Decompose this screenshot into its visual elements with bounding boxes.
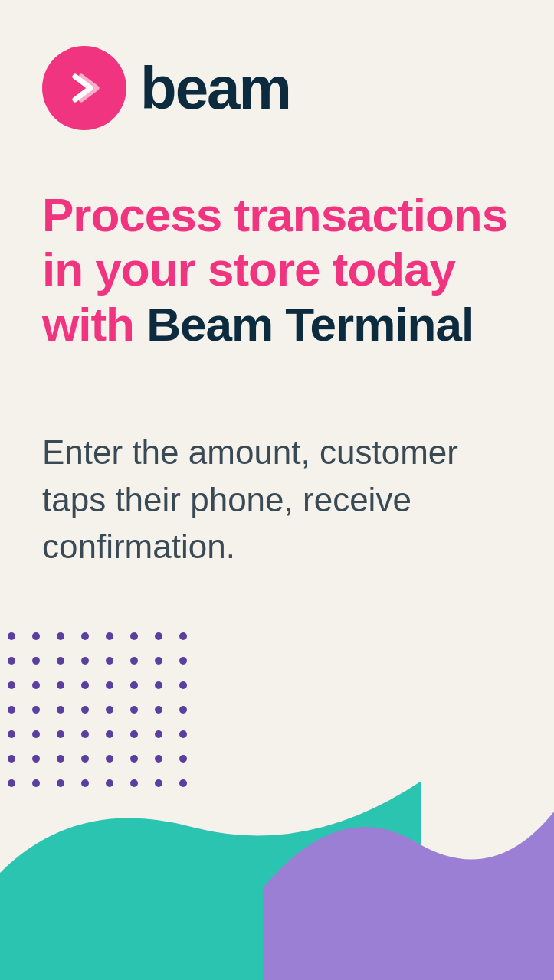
dot (57, 632, 64, 640)
dot (106, 681, 113, 689)
logo-circle (42, 46, 126, 130)
brand-name: beam (140, 58, 290, 118)
dot (8, 657, 15, 665)
dot (130, 657, 138, 665)
header: beam (42, 46, 290, 130)
dot (130, 706, 138, 714)
dot (106, 657, 113, 665)
page-wrapper: beam Process transactions in your store … (0, 0, 554, 980)
dot (57, 681, 64, 689)
headline: Process transactions in your store today… (42, 188, 512, 351)
headline-line3-pink: with (42, 298, 146, 351)
dot (81, 706, 89, 714)
dot (32, 632, 40, 640)
headline-line1: Process transactions (42, 188, 507, 241)
dot (8, 706, 15, 714)
dot (106, 632, 113, 640)
headline-line2: in your store today (42, 243, 455, 296)
dot (179, 706, 187, 714)
dot (179, 681, 187, 689)
dot (57, 657, 64, 665)
dot (32, 681, 40, 689)
dot (106, 706, 113, 714)
dot (81, 657, 89, 665)
dot (57, 706, 64, 714)
dot (32, 657, 40, 665)
subtext-paragraph: Enter the amount, customer taps their ph… (42, 429, 512, 570)
dot (155, 632, 162, 640)
logo-icon (61, 65, 107, 111)
headline-line3-dark: Beam Terminal (146, 298, 474, 351)
dot (130, 632, 138, 640)
dot (179, 632, 187, 640)
dot (32, 706, 40, 714)
subtext-block: Enter the amount, customer taps their ph… (42, 429, 512, 570)
headline-text: Process transactions in your store today… (42, 188, 512, 351)
dot (81, 681, 89, 689)
dot (155, 657, 162, 665)
dot (81, 632, 89, 640)
dot (8, 681, 15, 689)
dot (155, 681, 162, 689)
dot (155, 706, 162, 714)
dot (8, 632, 15, 640)
dot (179, 657, 187, 665)
bottom-wave-purple (263, 781, 554, 980)
dot (130, 681, 138, 689)
